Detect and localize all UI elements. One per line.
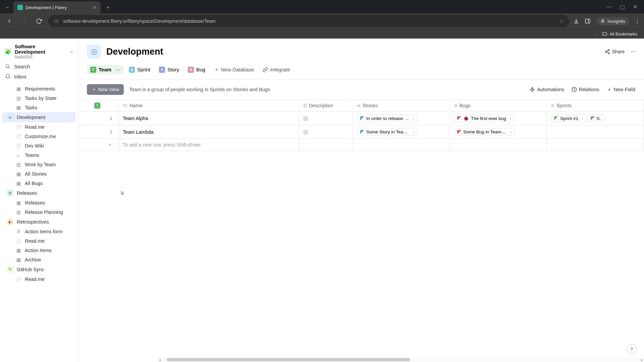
sidebar-item-readme-gh[interactable]: Read.me — [2, 275, 76, 284]
doc-icon — [15, 276, 21, 282]
col-sprints[interactable]: ⟳Sprints — [547, 100, 644, 112]
new-tab-button[interactable]: ＋ — [103, 3, 113, 12]
bug-chip[interactable]: Some Bug in Team L...› — [454, 128, 515, 136]
story-chip[interactable]: In order to release s...› — [357, 115, 418, 122]
sidebar-item-devwiki[interactable]: Dev Wiki — [2, 141, 76, 150]
tab-search-dropdown[interactable] — [3, 3, 12, 12]
relations-button[interactable]: Relations — [572, 86, 599, 93]
cell-bugs[interactable]: Some Bug in Team L...› — [450, 125, 547, 139]
cell-stories[interactable]: Some Story in Team ...› — [353, 125, 450, 139]
sidebar-item-action-items[interactable]: Action Items — [2, 246, 76, 255]
sidebar-item-tasks-by-state[interactable]: Tasks by State — [2, 94, 76, 103]
close-window-icon[interactable]: ✕ — [633, 4, 637, 10]
minimize-icon[interactable]: — — [606, 4, 612, 10]
workspace-switcher[interactable]: 🧩 Software Development 6ad8d3d1 — [0, 42, 78, 61]
back-button[interactable] — [4, 16, 15, 26]
all-bookmarks-button[interactable]: All Bookmarks — [602, 31, 637, 37]
horizontal-scrollbar[interactable]: ◂ ▸ — [157, 357, 644, 362]
chrome-menu-icon[interactable]: ⋮ — [635, 18, 640, 24]
url-bar[interactable]: software-development.fibery.io/fibery/sp… — [48, 15, 569, 27]
scrollbar-thumb[interactable] — [167, 358, 410, 361]
automations-button[interactable]: Automations — [530, 86, 564, 93]
share-button[interactable]: Share — [605, 49, 625, 54]
sidebar-item-readme-retro[interactable]: Read.me — [2, 236, 76, 246]
forward-button[interactable] — [19, 16, 30, 26]
browser-tab[interactable]: Development | Fibery ✕ — [13, 1, 101, 13]
sidebar-item-customize[interactable]: Customize.me — [2, 132, 76, 141]
integrate-button[interactable]: Integrate — [259, 65, 293, 74]
cell-stories[interactable]: In order to release s...› — [353, 112, 450, 125]
sidebar-section-github-sync[interactable]: ✎GitHub Sync — [2, 264, 76, 275]
flag-icon — [554, 116, 558, 120]
new-database-button[interactable]: ＋ New Database — [211, 65, 257, 74]
sidebar-item-all-stories[interactable]: All Stories — [2, 169, 76, 179]
sidebar-item-label: Retrospectives — [17, 219, 49, 225]
new-view-button[interactable]: ＋ New View — [87, 84, 124, 95]
scrollbar-track[interactable] — [167, 358, 635, 361]
cell-bugs[interactable]: 🐞The first ever bug› — [450, 112, 547, 125]
sidebar-item-releases[interactable]: Releases — [2, 198, 76, 207]
sprint-chip[interactable]: Sprint #1› — [551, 115, 586, 122]
tab-story[interactable]: S Story — [156, 65, 182, 74]
new-field-button[interactable]: ＋ New Field — [607, 86, 635, 93]
bug-chip[interactable]: 🐞The first ever bug› — [454, 114, 514, 122]
downloads-icon[interactable] — [573, 18, 579, 24]
cell-name[interactable]: Team Alpha — [119, 112, 299, 125]
bug-emoji-icon: 🐞 — [463, 116, 469, 121]
cell-sprints[interactable]: Sprint #1› Spr — [547, 112, 644, 125]
scroll-right-icon[interactable]: ▸ — [639, 358, 644, 362]
sidebar-section-retrospectives[interactable]: ◐Retrospectives — [2, 217, 76, 227]
sidebar-item-requirements[interactable]: Requirements — [2, 84, 76, 94]
col-name[interactable]: TᴛName — [119, 100, 299, 112]
space-icon: ◎ — [7, 114, 13, 121]
cell-description[interactable]: ▤ — [299, 112, 353, 125]
tab-sprint[interactable]: S Sprint — [125, 65, 154, 74]
tab-more-icon[interactable]: ⋯ — [115, 67, 120, 73]
cell-sprints[interactable] — [547, 125, 644, 139]
sidebar-section-development[interactable]: ◎Development — [2, 112, 76, 122]
col-description[interactable]: ☰Description — [299, 100, 353, 112]
cell-description[interactable]: ▤ — [299, 125, 353, 139]
incognito-badge[interactable]: Incognito — [596, 17, 629, 25]
help-button[interactable]: ? — [627, 344, 637, 354]
bookmark-star-icon[interactable]: ☆ — [559, 18, 564, 24]
col-stories[interactable]: ⟳Stories — [353, 100, 450, 112]
chevron-down-icon[interactable] — [69, 49, 74, 54]
inbox-button[interactable]: Inbox — [0, 71, 78, 81]
sidebar-item-all-bugs[interactable]: All Bugs — [2, 179, 76, 188]
sidebar-item-archive[interactable]: Archive — [2, 255, 76, 264]
more-menu-icon[interactable]: ⋯ — [631, 49, 635, 54]
table-row[interactable]: 2 Team Lambda ▤ Some Story in Team ...› … — [78, 125, 644, 139]
sidebar-item-teams[interactable]: Teams — [2, 150, 76, 160]
view-description: Team is a group of people working in Spr… — [129, 87, 270, 92]
svg-point-12 — [608, 49, 609, 51]
tab-bug[interactable]: B Bug — [184, 65, 209, 74]
add-row[interactable]: ＋ To add a new row, press Shift+Enter — [78, 139, 644, 151]
scroll-left-icon[interactable]: ◂ — [157, 358, 162, 362]
page-title: Development — [106, 47, 163, 57]
tab-team[interactable]: T Team ⋯ — [87, 65, 123, 74]
sidebar-item-label: Action Items form — [25, 229, 63, 234]
chip-label: Some Bug in Team L... — [463, 129, 507, 134]
workspace-subtitle: 6ad8d3d1 — [15, 55, 66, 59]
col-type-icon[interactable]: T — [78, 100, 119, 112]
col-label: Name — [129, 103, 143, 108]
sidebar-item-work-by-team[interactable]: Work by Team — [2, 160, 76, 169]
sidebar-item-readme[interactable]: Read.me — [2, 122, 76, 132]
sidebar-item-action-items-form[interactable]: Action Items form — [2, 227, 76, 236]
sidebar-item-release-planning[interactable]: Release Planning — [2, 207, 76, 217]
search-button[interactable]: Search — [0, 61, 78, 71]
tab-close-icon[interactable]: ✕ — [93, 5, 97, 10]
table-row[interactable]: 1 Team Alpha ▤ In order to release s...›… — [78, 112, 644, 125]
cell-name[interactable]: Team Lambda — [119, 125, 299, 139]
maximize-icon[interactable]: ▢ — [620, 4, 625, 10]
svg-point-2 — [58, 20, 58, 20]
sidebar-item-tasks[interactable]: Tasks — [2, 103, 76, 112]
sprint-chip[interactable]: Spr — [588, 115, 604, 122]
reload-button[interactable] — [34, 16, 44, 26]
sidebar-section-releases[interactable]: ⊕Releases — [2, 188, 76, 198]
site-settings-icon[interactable] — [54, 18, 59, 24]
story-chip[interactable]: Some Story in Team ...› — [357, 128, 418, 136]
side-panel-icon[interactable] — [585, 18, 591, 24]
col-bugs[interactable]: ⟳Bugs — [450, 100, 547, 112]
